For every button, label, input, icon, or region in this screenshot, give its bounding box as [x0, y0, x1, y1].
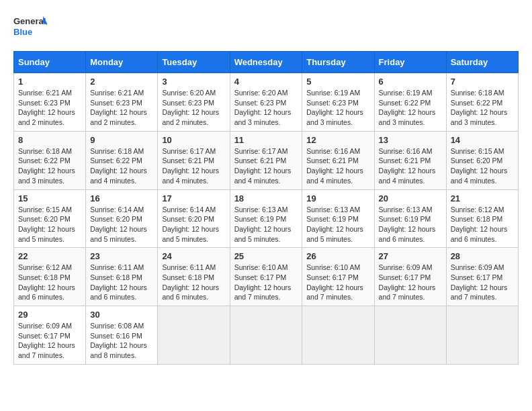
calendar-cell: 22 Sunrise: 6:12 AMSunset: 6:18 PMDaylig…: [14, 248, 86, 306]
day-number: 10: [162, 135, 225, 145]
logo-svg: General Blue: [13, 13, 47, 40]
calendar-cell: 30 Sunrise: 6:08 AMSunset: 6:16 PMDaylig…: [86, 306, 158, 365]
col-header-wednesday: Wednesday: [230, 52, 302, 73]
day-info: Sunrise: 6:11 AMSunset: 6:18 PMDaylight:…: [162, 263, 225, 302]
day-number: 26: [306, 251, 369, 261]
calendar-cell: 28 Sunrise: 6:09 AMSunset: 6:17 PMDaylig…: [446, 248, 518, 306]
day-info: Sunrise: 6:18 AMSunset: 6:22 PMDaylight:…: [90, 146, 153, 186]
calendar-cell: 20 Sunrise: 6:13 AMSunset: 6:19 PMDaylig…: [374, 189, 446, 248]
calendar-week-row: 15 Sunrise: 6:15 AMSunset: 6:20 PMDaylig…: [14, 189, 519, 248]
day-info: Sunrise: 6:17 AMSunset: 6:21 PMDaylight:…: [162, 146, 225, 186]
day-number: 5: [306, 77, 369, 87]
col-header-monday: Monday: [86, 52, 158, 73]
calendar-week-row: 29 Sunrise: 6:09 AMSunset: 6:17 PMDaylig…: [14, 306, 519, 365]
calendar-cell: 23 Sunrise: 6:11 AMSunset: 6:18 PMDaylig…: [86, 248, 158, 306]
calendar-cell: 11 Sunrise: 6:17 AMSunset: 6:21 PMDaylig…: [230, 131, 302, 189]
day-info: Sunrise: 6:09 AMSunset: 6:17 PMDaylight:…: [18, 321, 81, 361]
calendar-cell: 24 Sunrise: 6:11 AMSunset: 6:18 PMDaylig…: [158, 248, 230, 306]
calendar-cell: 17 Sunrise: 6:14 AMSunset: 6:20 PMDaylig…: [158, 189, 230, 248]
day-number: 17: [162, 193, 225, 203]
col-header-friday: Friday: [374, 52, 446, 73]
day-info: Sunrise: 6:09 AMSunset: 6:17 PMDaylight:…: [379, 263, 442, 302]
calendar-cell: 21 Sunrise: 6:12 AMSunset: 6:18 PMDaylig…: [446, 189, 518, 248]
calendar-cell: 3 Sunrise: 6:20 AMSunset: 6:23 PMDayligh…: [158, 73, 230, 132]
svg-text:Blue: Blue: [13, 27, 32, 37]
day-number: 30: [90, 310, 153, 320]
calendar-table: SundayMondayTuesdayWednesdayThursdayFrid…: [13, 51, 519, 365]
col-header-saturday: Saturday: [446, 52, 518, 73]
day-number: 6: [379, 77, 442, 87]
day-number: 13: [379, 135, 442, 145]
calendar-week-row: 1 Sunrise: 6:21 AMSunset: 6:23 PMDayligh…: [14, 73, 519, 132]
calendar-cell: [302, 306, 374, 365]
day-info: Sunrise: 6:15 AMSunset: 6:20 PMDaylight:…: [18, 205, 81, 244]
calendar-cell: 13 Sunrise: 6:16 AMSunset: 6:21 PMDaylig…: [374, 131, 446, 189]
day-info: Sunrise: 6:18 AMSunset: 6:22 PMDaylight:…: [18, 146, 81, 186]
calendar-cell: 18 Sunrise: 6:13 AMSunset: 6:19 PMDaylig…: [230, 189, 302, 248]
day-info: Sunrise: 6:21 AMSunset: 6:23 PMDaylight:…: [90, 88, 153, 128]
calendar-week-row: 8 Sunrise: 6:18 AMSunset: 6:22 PMDayligh…: [14, 131, 519, 189]
day-info: Sunrise: 6:20 AMSunset: 6:23 PMDaylight:…: [162, 88, 225, 128]
day-number: 22: [18, 251, 81, 261]
day-info: Sunrise: 6:13 AMSunset: 6:19 PMDaylight:…: [234, 205, 298, 244]
page-header: General Blue: [13, 13, 519, 40]
calendar-cell: 6 Sunrise: 6:19 AMSunset: 6:22 PMDayligh…: [374, 73, 446, 132]
svg-text:General: General: [13, 16, 46, 26]
day-info: Sunrise: 6:19 AMSunset: 6:23 PMDaylight:…: [306, 88, 369, 128]
day-number: 1: [18, 77, 81, 87]
calendar-cell: 10 Sunrise: 6:17 AMSunset: 6:21 PMDaylig…: [158, 131, 230, 189]
day-number: 29: [18, 310, 81, 320]
day-info: Sunrise: 6:08 AMSunset: 6:16 PMDaylight:…: [90, 321, 153, 361]
day-number: 16: [90, 193, 153, 203]
day-info: Sunrise: 6:12 AMSunset: 6:18 PMDaylight:…: [18, 263, 81, 302]
day-info: Sunrise: 6:13 AMSunset: 6:19 PMDaylight:…: [306, 205, 369, 244]
day-info: Sunrise: 6:19 AMSunset: 6:22 PMDaylight:…: [379, 88, 442, 128]
calendar-cell: 12 Sunrise: 6:16 AMSunset: 6:21 PMDaylig…: [302, 131, 374, 189]
day-number: 4: [234, 77, 298, 87]
col-header-thursday: Thursday: [302, 52, 374, 73]
calendar-cell: 7 Sunrise: 6:18 AMSunset: 6:22 PMDayligh…: [446, 73, 518, 132]
day-info: Sunrise: 6:17 AMSunset: 6:21 PMDaylight:…: [234, 146, 298, 186]
day-info: Sunrise: 6:11 AMSunset: 6:18 PMDaylight:…: [90, 263, 153, 302]
day-number: 11: [234, 135, 298, 145]
day-number: 21: [451, 193, 514, 203]
calendar-cell: [158, 306, 230, 365]
day-number: 28: [451, 251, 514, 261]
calendar-cell: 5 Sunrise: 6:19 AMSunset: 6:23 PMDayligh…: [302, 73, 374, 132]
day-number: 7: [451, 77, 514, 87]
calendar-cell: 1 Sunrise: 6:21 AMSunset: 6:23 PMDayligh…: [14, 73, 86, 132]
calendar-cell: [230, 306, 302, 365]
day-number: 2: [90, 77, 153, 87]
calendar-cell: 16 Sunrise: 6:14 AMSunset: 6:20 PMDaylig…: [86, 189, 158, 248]
day-info: Sunrise: 6:16 AMSunset: 6:21 PMDaylight:…: [379, 146, 442, 186]
calendar-week-row: 22 Sunrise: 6:12 AMSunset: 6:18 PMDaylig…: [14, 248, 519, 306]
day-number: 14: [451, 135, 514, 145]
calendar-cell: [446, 306, 518, 365]
day-number: 3: [162, 77, 225, 87]
day-info: Sunrise: 6:18 AMSunset: 6:22 PMDaylight:…: [451, 88, 514, 128]
calendar-cell: 2 Sunrise: 6:21 AMSunset: 6:23 PMDayligh…: [86, 73, 158, 132]
day-number: 23: [90, 251, 153, 261]
col-header-tuesday: Tuesday: [158, 52, 230, 73]
calendar-cell: 29 Sunrise: 6:09 AMSunset: 6:17 PMDaylig…: [14, 306, 86, 365]
day-number: 27: [379, 251, 442, 261]
day-info: Sunrise: 6:13 AMSunset: 6:19 PMDaylight:…: [379, 205, 442, 244]
day-number: 18: [234, 193, 298, 203]
day-number: 24: [162, 251, 225, 261]
day-info: Sunrise: 6:09 AMSunset: 6:17 PMDaylight:…: [451, 263, 514, 302]
day-info: Sunrise: 6:14 AMSunset: 6:20 PMDaylight:…: [90, 205, 153, 244]
day-number: 20: [379, 193, 442, 203]
calendar-cell: [374, 306, 446, 365]
day-info: Sunrise: 6:20 AMSunset: 6:23 PMDaylight:…: [234, 88, 298, 128]
day-info: Sunrise: 6:16 AMSunset: 6:21 PMDaylight:…: [306, 146, 369, 186]
calendar-cell: 15 Sunrise: 6:15 AMSunset: 6:20 PMDaylig…: [14, 189, 86, 248]
calendar-cell: 14 Sunrise: 6:15 AMSunset: 6:20 PMDaylig…: [446, 131, 518, 189]
calendar-cell: 26 Sunrise: 6:10 AMSunset: 6:17 PMDaylig…: [302, 248, 374, 306]
calendar-cell: 25 Sunrise: 6:10 AMSunset: 6:17 PMDaylig…: [230, 248, 302, 306]
day-number: 9: [90, 135, 153, 145]
logo: General Blue: [13, 13, 47, 40]
day-info: Sunrise: 6:12 AMSunset: 6:18 PMDaylight:…: [451, 205, 514, 244]
day-number: 12: [306, 135, 369, 145]
col-header-sunday: Sunday: [14, 52, 86, 73]
day-info: Sunrise: 6:10 AMSunset: 6:17 PMDaylight:…: [306, 263, 369, 302]
